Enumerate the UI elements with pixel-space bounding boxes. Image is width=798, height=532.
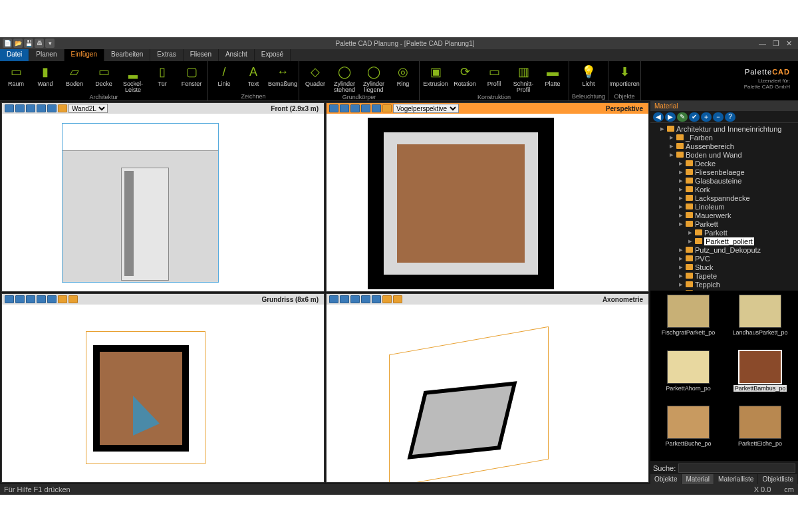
tree-twisty-icon[interactable]: ▸	[678, 280, 684, 289]
menu-tab-planen[interactable]: Planen	[29, 49, 64, 61]
vp-tool-pan-icon[interactable]	[340, 104, 349, 112]
qat-print-icon[interactable]: 🖶	[35, 39, 44, 48]
vp-tool-grid-icon[interactable]	[372, 104, 381, 112]
tree-twisty-icon[interactable]: ▸	[678, 245, 684, 254]
ribbon-importieren[interactable]: ⬇Importieren	[611, 63, 638, 92]
vp-tool-zoom-icon[interactable]	[329, 104, 338, 112]
tree-twisty-icon[interactable]: ▸	[678, 194, 684, 202]
tree-node[interactable]: ▸Architektur und Inneneinrichtung	[650, 124, 798, 133]
qat-new-icon[interactable]: 📄	[3, 39, 12, 48]
tree-node[interactable]: ▸Linoleum	[650, 202, 798, 211]
tree-node[interactable]: ▸Fliesenbelaege	[650, 168, 798, 176]
tree-node[interactable]: ▸Lackspanndecke	[650, 194, 798, 202]
vp-tool-zoom-icon[interactable]	[5, 104, 14, 112]
material-thumb[interactable]: LandhausParkett_po	[726, 295, 794, 346]
tree-twisty-icon[interactable]: ▸	[678, 176, 684, 185]
vp-tool-measure-icon[interactable]	[393, 295, 402, 303]
qat-open-icon[interactable]: 📂	[13, 39, 23, 48]
ribbon-linie[interactable]: /Linie	[211, 63, 237, 92]
viewport-front-canvas[interactable]	[2, 114, 324, 291]
qat-save-icon[interactable]: 💾	[24, 39, 33, 48]
tree-twisty-icon[interactable]: ▸	[660, 124, 665, 133]
ribbon-boden[interactable]: ▱Boden	[61, 63, 88, 93]
ribbon-schnitt-profil[interactable]: ▥Schnitt-Profil	[510, 63, 537, 93]
tree-node[interactable]: ▸Parkett	[650, 228, 798, 237]
tree-twisty-icon[interactable]: ▸	[669, 133, 674, 142]
ribbon-platte[interactable]: ▬Platte	[539, 63, 566, 93]
tree-twisty-icon[interactable]: ▸	[678, 271, 684, 280]
vp-tool-measure-icon[interactable]	[68, 295, 78, 303]
ribbon-raum[interactable]: ▭Raum	[3, 63, 29, 93]
ribbon-t-r[interactable]: ▯Tür	[149, 63, 176, 93]
menu-tab-datei[interactable]: Datei	[0, 49, 29, 61]
vp-tool-layers-icon[interactable]	[37, 104, 46, 112]
tree-node[interactable]: ▸Decke	[650, 159, 798, 168]
ribbon-bema-ung[interactable]: ↔Bemaßung	[269, 63, 296, 92]
ribbon-profil[interactable]: ▭Profil	[481, 63, 507, 93]
material-tree[interactable]: ▸Architektur und Inneneinrichtung▸_Farbe…	[650, 123, 798, 291]
tree-twisty-icon[interactable]: ▸	[678, 211, 684, 219]
ribbon-text[interactable]: AText	[240, 63, 267, 92]
vp-tool-pan-icon[interactable]	[340, 295, 349, 303]
vp-tool-layers-icon[interactable]	[37, 295, 46, 303]
panel-check-icon[interactable]: ✔	[689, 112, 700, 122]
vp-tool-fit-icon[interactable]	[350, 104, 360, 112]
material-thumb[interactable]: ParkettBambus_po	[726, 350, 794, 402]
vp-tool-grid-icon[interactable]	[47, 295, 57, 303]
tree-node[interactable]: ▸Kork	[650, 185, 798, 194]
menu-tab-bearbeiten[interactable]: Bearbeiten	[104, 49, 150, 61]
tree-twisty-icon[interactable]: ▸	[678, 219, 684, 228]
close-button[interactable]: ✕	[784, 39, 794, 48]
menu-tab-extras[interactable]: Extras	[150, 49, 183, 61]
minimize-button[interactable]: —	[757, 39, 768, 48]
vp-tool-fit-icon[interactable]	[26, 104, 35, 112]
vp-tool-layers-icon[interactable]	[361, 295, 370, 303]
panel-edit-icon[interactable]: ✎	[677, 112, 688, 122]
viewport-axonometric-canvas[interactable]	[327, 305, 648, 482]
material-thumb[interactable]: FischgratParkett_po	[654, 295, 722, 346]
tree-node[interactable]: ▸Putz_und_Dekoputz	[650, 245, 798, 254]
vp-tool-fit-icon[interactable]	[350, 295, 360, 303]
material-thumb[interactable]: ParkettEiche_po	[726, 406, 794, 458]
ribbon-sockel-leiste[interactable]: ▂Sockel-Leiste	[120, 63, 146, 93]
tree-twisty-icon[interactable]: ▸	[678, 185, 684, 194]
panel-add-icon[interactable]: ＋	[701, 112, 712, 122]
tree-twisty-icon[interactable]: ▸	[678, 263, 684, 271]
menu-tab-fliesen[interactable]: Fliesen	[184, 49, 219, 61]
menu-tab-einfügen[interactable]: Einfügen	[65, 49, 104, 61]
tree-twisty-icon[interactable]: ▸	[678, 202, 684, 211]
tree-node[interactable]: ▸Mauerwerk	[650, 211, 798, 219]
tree-node[interactable]: ▸Parkett	[650, 219, 798, 228]
vp-tool-zoom-icon[interactable]	[5, 295, 14, 303]
vp-tool-fit-icon[interactable]	[26, 295, 35, 303]
vp-tool-grid-icon[interactable]	[372, 295, 381, 303]
qat-dropdown-icon[interactable]: ▾	[45, 39, 55, 48]
tree-node[interactable]: ▸Tapete	[650, 271, 798, 280]
ribbon-ring[interactable]: ◎Ring	[390, 63, 416, 93]
tree-node[interactable]: ▸Stuck	[650, 263, 798, 271]
panel-remove-icon[interactable]: －	[713, 112, 724, 122]
tree-twisty-icon[interactable]: ▸	[678, 254, 684, 263]
ribbon-zylinder-liegend[interactable]: ◯Zylinder liegend	[360, 63, 387, 93]
tree-node[interactable]: ▸Aussenbereich	[650, 142, 798, 150]
search-input[interactable]	[678, 464, 795, 473]
tree-twisty-icon[interactable]: ▸	[669, 150, 674, 159]
panel-fwd-icon[interactable]: ▶	[665, 112, 676, 122]
material-thumb[interactable]: ParkettBuche_po	[654, 406, 722, 458]
vp-tool-zoom-icon[interactable]	[329, 295, 338, 303]
material-thumb[interactable]: ParkettAhorn_po	[654, 350, 722, 402]
side-tab-material[interactable]: Material	[682, 474, 714, 484]
tree-node[interactable]: ▸_Farben	[650, 133, 798, 142]
tree-node[interactable]: ▸Glasbausteine	[650, 176, 798, 185]
tree-node[interactable]: ▸Teppich	[650, 280, 798, 289]
ribbon-wand[interactable]: ▮Wand	[32, 63, 59, 93]
tree-node[interactable]: ▸PVC	[650, 254, 798, 263]
ribbon-licht[interactable]: 💡Licht	[575, 63, 602, 92]
side-tab-materialliste[interactable]: Materialliste	[714, 474, 758, 484]
panel-back-icon[interactable]: ◀	[653, 112, 664, 122]
viewport-perspective-canvas[interactable]	[327, 114, 648, 291]
vp-tool-grid-icon[interactable]	[47, 104, 57, 112]
maximize-button[interactable]: ❐	[771, 39, 781, 48]
tree-node[interactable]: ▸Boden und Wand	[650, 150, 798, 159]
ribbon-rotation[interactable]: ⟳Rotation	[452, 63, 478, 93]
